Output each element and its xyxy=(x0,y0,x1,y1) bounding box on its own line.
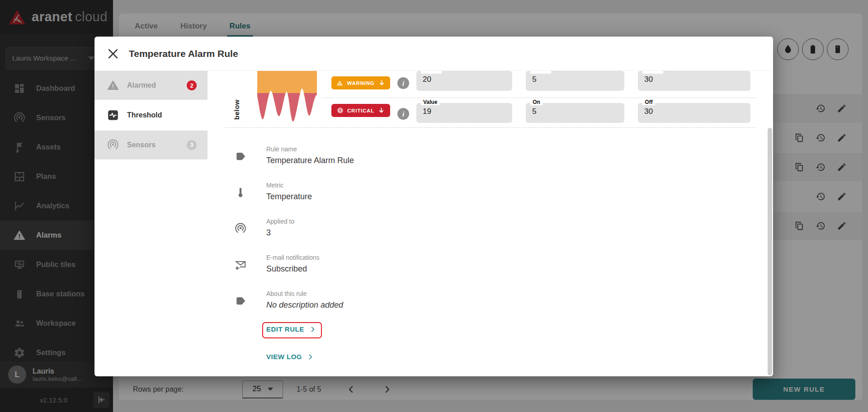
modal-content: below WARNING xyxy=(208,71,773,376)
label-notch xyxy=(530,71,551,74)
sensors-count-badge: 3 xyxy=(187,140,197,150)
applied-to-row: Applied to 3 xyxy=(235,217,294,239)
field-label: Value xyxy=(421,99,439,105)
critical-on-field[interactable]: On 5 xyxy=(526,103,624,123)
modal-nav: Alarmed 2 Threshold Sensors 3 xyxy=(94,71,208,160)
modal-nav-threshold[interactable]: Threshold xyxy=(94,101,208,130)
critical-off-field[interactable]: Off 30 xyxy=(638,103,750,123)
detail-value: Subscribed xyxy=(266,263,320,275)
modal-scrollbar[interactable] xyxy=(768,128,772,375)
field-value: 5 xyxy=(532,75,536,84)
alarmed-count-badge: 2 xyxy=(187,80,197,90)
critical-severity-badge[interactable]: CRITICAL xyxy=(331,104,390,117)
tag-icon xyxy=(235,150,246,162)
close-icon[interactable] xyxy=(107,48,119,60)
detail-label: Rule name xyxy=(266,145,354,153)
field-value: 30 xyxy=(644,107,653,116)
detail-label: E-mail notifications xyxy=(266,253,320,262)
metric-row: Metric Temperature xyxy=(235,181,312,202)
view-log-button[interactable]: VIEW LOG xyxy=(266,353,314,360)
threshold-icon xyxy=(107,109,119,121)
critical-threshold-row: CRITICAL i Value 19 On 5 Off 30 xyxy=(331,101,750,123)
arrow-down-icon xyxy=(378,80,385,86)
thermometer-icon xyxy=(235,187,246,198)
about-rule-row: About this rule No description added xyxy=(235,290,343,311)
arrow-down-icon xyxy=(378,107,385,114)
modal-title: Temperature Alarm Rule xyxy=(129,48,238,59)
field-value: 20 xyxy=(423,75,431,84)
modal-nav-label: Threshold xyxy=(127,111,162,119)
detail-label: Metric xyxy=(266,181,312,189)
field-value: 30 xyxy=(644,75,653,84)
critical-value-field[interactable]: Value 19 xyxy=(416,103,512,123)
severity-label: CRITICAL xyxy=(347,108,374,113)
direction-label: below xyxy=(233,75,241,120)
info-icon[interactable]: i xyxy=(397,77,409,89)
sensor-icon xyxy=(235,223,246,234)
section-divider xyxy=(225,127,756,128)
chevron-right-icon xyxy=(307,354,314,360)
rule-name-row: Rule name Temperature Alarm Rule xyxy=(235,145,354,166)
detail-value: No description added xyxy=(266,299,343,311)
modal-nav-sensors[interactable]: Sensors 3 xyxy=(94,131,208,159)
severity-label: WARNING xyxy=(347,80,374,86)
row-divider xyxy=(322,98,756,98)
detail-value: Temperature xyxy=(266,191,312,202)
sensor-icon xyxy=(107,139,119,151)
modal-nav-alarmed[interactable]: Alarmed 2 xyxy=(94,71,208,100)
tag-icon xyxy=(235,295,246,307)
threshold-editor: below WARNING xyxy=(208,71,773,128)
threshold-preview-chart xyxy=(257,71,317,122)
warning-severity-badge[interactable]: WARNING xyxy=(331,76,390,89)
detail-label: Applied to xyxy=(266,217,294,225)
field-label: On xyxy=(530,99,542,105)
modal-nav-label: Alarmed xyxy=(127,81,156,89)
warning-triangle-icon xyxy=(336,80,343,86)
temperature-alarm-rule-modal: Temperature Alarm Rule Alarmed 2 Thresho… xyxy=(94,37,773,376)
edit-rule-label: EDIT RULE xyxy=(266,325,304,333)
warning-threshold-row: WARNING i 20 5 30 xyxy=(331,71,750,91)
modal-nav-label: Sensors xyxy=(127,141,156,149)
field-value: 5 xyxy=(532,107,536,116)
field-label: Off xyxy=(642,99,655,105)
info-icon[interactable]: i xyxy=(397,108,409,120)
chevron-right-icon xyxy=(310,326,316,332)
email-notifications-row: E-mail notifications Subscribed xyxy=(235,253,320,275)
warning-value-field[interactable]: 20 xyxy=(416,71,512,91)
label-notch xyxy=(642,71,663,74)
edit-rule-button[interactable]: EDIT RULE xyxy=(266,325,316,333)
field-value: 19 xyxy=(423,107,431,116)
detail-label: About this rule xyxy=(266,290,343,298)
critical-circle-icon xyxy=(337,107,344,114)
label-notch xyxy=(421,71,442,74)
detail-value: 3 xyxy=(266,227,294,239)
detail-value: Temperature Alarm Rule xyxy=(266,154,354,166)
email-icon xyxy=(235,259,246,271)
view-log-label: VIEW LOG xyxy=(266,353,302,360)
alarm-triangle-icon xyxy=(107,80,119,91)
warning-off-field[interactable]: 30 xyxy=(638,71,750,91)
warning-on-field[interactable]: 5 xyxy=(526,71,624,91)
modal-header: Temperature Alarm Rule xyxy=(94,37,773,71)
